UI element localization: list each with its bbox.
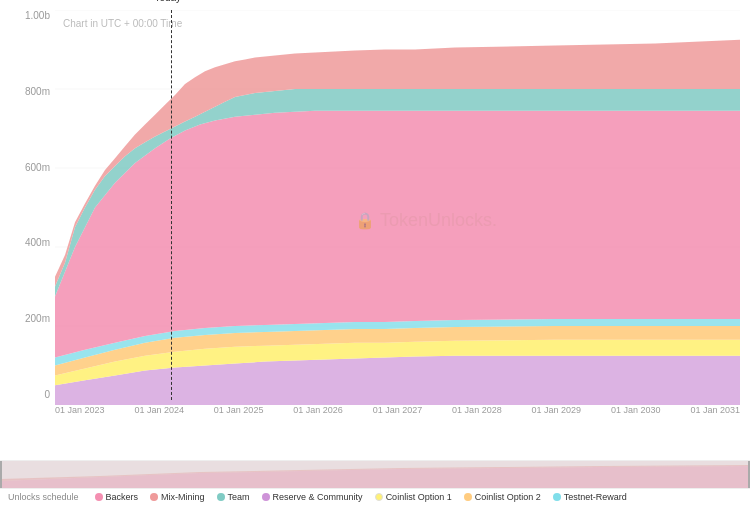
legend-item-team: Team [217, 492, 250, 502]
legend-bar: Unlocks schedule Backers Mix-Mining Team… [0, 488, 750, 505]
testnet-label: Testnet-Reward [564, 492, 627, 502]
testnet-dot [553, 493, 561, 501]
x-label-2: 01 Jan 2025 [214, 405, 264, 415]
minimap[interactable] [0, 460, 750, 488]
stacked-chart [55, 10, 740, 405]
lock-icon: 🔒 [355, 211, 375, 230]
legend-item-backers: Backers [95, 492, 139, 502]
x-label-4: 01 Jan 2027 [373, 405, 423, 415]
x-label-8: 01 Jan 2031 [690, 405, 740, 415]
x-axis: 01 Jan 2023 01 Jan 2024 01 Jan 2025 01 J… [55, 405, 740, 430]
y-label-0: 0 [5, 389, 50, 400]
team-dot [217, 493, 225, 501]
today-line: Today [171, 10, 172, 400]
coinlist1-label: Coinlist Option 1 [386, 492, 452, 502]
unlocks-schedule-label: Unlocks schedule [8, 492, 79, 502]
y-label-600m: 600m [5, 162, 50, 173]
x-label-0: 01 Jan 2023 [55, 405, 105, 415]
legend-item-mix-mining: Mix-Mining [150, 492, 205, 502]
x-label-1: 01 Jan 2024 [134, 405, 184, 415]
reserve-dot [262, 493, 270, 501]
backers-dot [95, 493, 103, 501]
team-label: Team [228, 492, 250, 502]
x-label-7: 01 Jan 2030 [611, 405, 661, 415]
y-label-200m: 200m [5, 313, 50, 324]
coinlist2-label: Coinlist Option 2 [475, 492, 541, 502]
chart-container: 0 200m 400m 600m 800m 1.00b [0, 0, 750, 460]
x-label-6: 01 Jan 2029 [532, 405, 582, 415]
coinlist1-dot [375, 493, 383, 501]
minimap-handle[interactable] [0, 461, 750, 488]
x-label-5: 01 Jan 2028 [452, 405, 502, 415]
legend-item-testnet: Testnet-Reward [553, 492, 627, 502]
reserve-label: Reserve & Community [273, 492, 363, 502]
chart-title: Chart in UTC + 00:00 Time [63, 18, 182, 29]
y-axis: 0 200m 400m 600m 800m 1.00b [5, 10, 50, 400]
legend-item-reserve: Reserve & Community [262, 492, 363, 502]
watermark-text: TokenUnlocks. [380, 210, 497, 231]
mix-mining-dot [150, 493, 158, 501]
watermark: 🔒 TokenUnlocks. [355, 210, 497, 231]
y-label-400m: 400m [5, 237, 50, 248]
chart-area: 0 200m 400m 600m 800m 1.00b [55, 10, 740, 430]
x-label-3: 01 Jan 2026 [293, 405, 343, 415]
legend-item-coinlist1: Coinlist Option 1 [375, 492, 452, 502]
y-label-800m: 800m [5, 86, 50, 97]
coinlist2-dot [464, 493, 472, 501]
legend-item-coinlist2: Coinlist Option 2 [464, 492, 541, 502]
y-label-1b: 1.00b [5, 10, 50, 21]
backers-label: Backers [106, 492, 139, 502]
mix-mining-label: Mix-Mining [161, 492, 205, 502]
today-label: Today [154, 0, 181, 3]
